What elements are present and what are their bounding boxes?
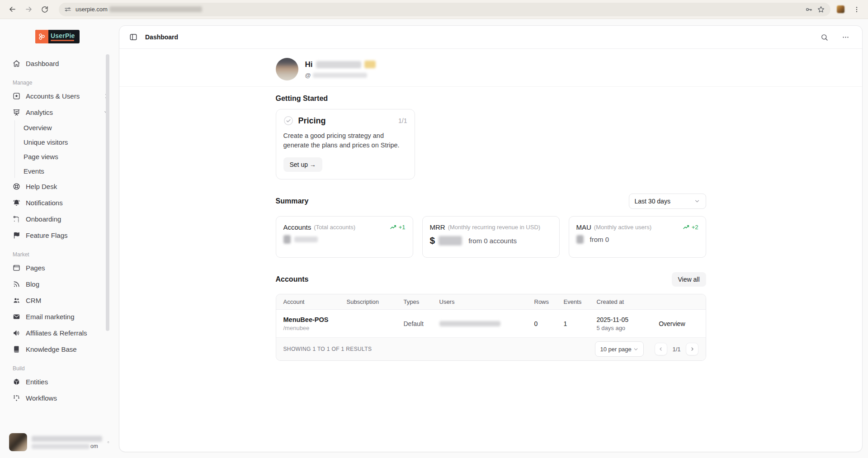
bookmark-star-icon[interactable] bbox=[817, 5, 825, 14]
address-bar[interactable]: userpie.com bbox=[59, 3, 830, 16]
sidebar-item-overview[interactable]: Overview bbox=[15, 120, 119, 135]
sidebar-item-crm[interactable]: CRM bbox=[0, 292, 119, 308]
set-up-button[interactable]: Set up → bbox=[283, 157, 322, 172]
column-header: Created at bbox=[597, 298, 656, 305]
table-row[interactable]: MenuBee-POS /menubee Default 0 1 2025-11… bbox=[276, 310, 706, 338]
sidebar-item-knowledge-base[interactable]: Knowledge Base bbox=[0, 341, 119, 357]
back-arrow-icon bbox=[8, 5, 17, 14]
per-page-select[interactable]: 10 per page bbox=[595, 341, 644, 357]
sidebar-item-dashboard[interactable]: Dashboard bbox=[0, 55, 119, 71]
sidebar-item-accounts-users[interactable]: Accounts & Users bbox=[0, 88, 119, 104]
view-all-button[interactable]: View all bbox=[672, 272, 706, 287]
sidebar-item-label: Workflows bbox=[26, 394, 110, 402]
browser-menu-button[interactable] bbox=[851, 4, 863, 15]
sidebar-item-events[interactable]: Events bbox=[15, 164, 119, 178]
search-icon bbox=[821, 33, 828, 41]
more-options-button[interactable] bbox=[839, 30, 852, 44]
page-header: Dashboard bbox=[119, 26, 862, 49]
greeting-at-symbol: @ bbox=[305, 72, 311, 79]
sidebar-item-page-views[interactable]: Page views bbox=[15, 149, 119, 164]
route-icon bbox=[13, 215, 20, 223]
sidebar-item-help-desk[interactable]: Help Desk bbox=[0, 178, 119, 194]
browser-forward-button[interactable] bbox=[22, 3, 35, 16]
brand-logo[interactable]: UserPie bbox=[35, 30, 80, 43]
account-switcher[interactable]: om bbox=[6, 430, 113, 454]
overview-link[interactable]: Overview bbox=[659, 320, 705, 327]
browser-reload-button[interactable] bbox=[38, 3, 52, 16]
account-slug: /menubee bbox=[283, 325, 347, 331]
sidebar-item-label: Knowledge Base bbox=[26, 345, 110, 353]
column-header: Users bbox=[439, 298, 534, 305]
page-title: Dashboard bbox=[145, 33, 178, 41]
sidebar-item-label: Pages bbox=[26, 264, 110, 272]
greeting-emoji-redacted bbox=[364, 61, 376, 68]
extension-icon[interactable] bbox=[837, 5, 844, 13]
sidebar-item-email-marketing[interactable]: Email marketing bbox=[0, 308, 119, 325]
accounts-header: Accounts View all bbox=[276, 272, 706, 287]
metric-value-redacted bbox=[439, 236, 462, 246]
sidebar-item-blog[interactable]: Blog bbox=[0, 276, 119, 292]
sidebar-item-entities[interactable]: Entities bbox=[0, 373, 119, 390]
greeting-section: Hi @ bbox=[119, 49, 862, 87]
date-range-select[interactable]: Last 30 days bbox=[629, 194, 706, 209]
sidebar-item-label: Affiliates & Referrals bbox=[26, 329, 110, 337]
section-label-manage: Manage bbox=[13, 80, 119, 86]
reload-icon bbox=[41, 5, 49, 14]
sidebar-item-label: Analytics bbox=[26, 109, 98, 116]
sidebar-item-label: Page views bbox=[24, 153, 58, 161]
account-name: MenuBee-POS bbox=[283, 316, 347, 323]
chevron-down-icon bbox=[633, 346, 639, 352]
sidebar-item-label: Onboarding bbox=[26, 215, 110, 223]
chevron-left-icon bbox=[658, 346, 664, 352]
metric-note: from 0 bbox=[590, 236, 609, 243]
sidebar-toggle-icon[interactable] bbox=[129, 33, 137, 41]
summary-card-mau: MAU (Monthly active users) +2 from 0 bbox=[569, 216, 706, 258]
sidebar-item-notifications[interactable]: Notifications bbox=[0, 194, 119, 211]
getting-started-card: Pricing 1/1 Create a good pricing strate… bbox=[276, 109, 415, 179]
results-summary: SHOWING 1 TO 1 OF 1 RESULTS bbox=[283, 346, 595, 352]
greeting-avatar bbox=[276, 58, 298, 80]
next-page-button[interactable] bbox=[686, 343, 698, 355]
greeting-name-redacted bbox=[316, 61, 361, 68]
url-text: userpie.com bbox=[75, 6, 108, 13]
sidebar-item-unique-visitors[interactable]: Unique visitors bbox=[15, 135, 119, 149]
metric-sublabel: (Monthly active users) bbox=[594, 224, 680, 231]
sidebar-item-feature-flags[interactable]: Feature Flags bbox=[0, 227, 119, 243]
column-header: Subscription bbox=[347, 298, 404, 305]
sidebar-item-analytics[interactable]: Analytics bbox=[0, 104, 119, 120]
sidebar-scrollbar[interactable] bbox=[106, 54, 109, 331]
book-icon bbox=[13, 345, 20, 353]
prev-page-button[interactable] bbox=[655, 343, 667, 355]
user-email-suffix: om bbox=[90, 444, 98, 449]
sidebar-item-workflows[interactable]: Workflows bbox=[0, 390, 119, 406]
flag-icon bbox=[13, 231, 20, 239]
page-indicator: 1/1 bbox=[672, 346, 680, 353]
page-content: Hi @ Getting Started bbox=[119, 49, 862, 361]
password-key-icon[interactable] bbox=[805, 5, 813, 14]
sidebar-item-onboarding[interactable]: Onboarding bbox=[0, 211, 119, 227]
card-description: Create a good pricing strategy and gener… bbox=[283, 131, 401, 150]
sidebar-nav: Dashboard Manage Accounts & Users Analyt… bbox=[0, 55, 119, 406]
trend-up-icon bbox=[683, 224, 690, 231]
sidebar-item-pages[interactable]: Pages bbox=[0, 260, 119, 276]
sidebar-item-label: Feature Flags bbox=[26, 231, 110, 239]
account-created-ago: 5 days ago bbox=[597, 325, 656, 331]
browser-window-icon bbox=[13, 264, 20, 272]
sidebar-item-affiliates[interactable]: Affiliates & Referrals bbox=[0, 325, 119, 341]
metric-sublabel: (Monthly recurring revenue in USD) bbox=[448, 224, 552, 231]
account-types: Default bbox=[404, 320, 439, 327]
search-button[interactable] bbox=[817, 30, 831, 44]
site-info-icon[interactable] bbox=[64, 6, 71, 13]
user-avatar bbox=[9, 433, 27, 451]
metric-label: MAU bbox=[576, 223, 591, 231]
metric-value-redacted bbox=[576, 235, 584, 244]
column-header: Types bbox=[404, 298, 439, 305]
chevron-right-icon bbox=[689, 346, 695, 352]
column-header: Account bbox=[283, 298, 347, 305]
summary-header: Summary Last 30 days bbox=[276, 194, 706, 209]
workflow-nodes-icon bbox=[13, 394, 20, 402]
account-rows: 0 bbox=[534, 320, 564, 327]
metric-value-redacted bbox=[283, 235, 291, 244]
browser-back-button[interactable] bbox=[5, 3, 19, 16]
metric-label: MRR bbox=[430, 223, 445, 231]
